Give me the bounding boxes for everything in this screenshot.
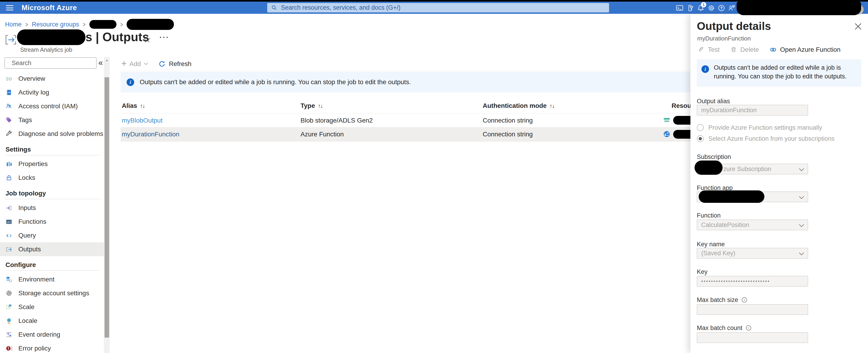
subscription-value: zure Subscription [723,166,771,173]
breadcrumb-resource-groups[interactable]: Resource groups [32,21,79,28]
brand-title[interactable]: Microsoft Azure [22,2,77,14]
cloud-shell-icon [676,4,683,12]
environment-icon [5,276,12,283]
settings-gear-icon [707,4,715,12]
feedback-button[interactable] [727,4,736,12]
lock-icon [5,174,12,181]
sidebar-item-environment[interactable]: Environment [0,272,104,286]
column-header-authentication-mode[interactable]: Authentication mode↑↓ [483,102,554,110]
window-edge-strip [0,0,868,2]
breadcrumb-separator: > [120,21,123,28]
output-auth-mode: Connection string [483,117,533,124]
favorite-star-icon[interactable]: ☆ [143,34,151,45]
sidebar-item-activity-log[interactable]: Activity log [0,86,104,99]
output-alias-field[interactable] [697,105,808,115]
max-batch-size-field[interactable] [697,304,808,315]
error-policy-icon [5,345,12,352]
properties-icon [5,160,12,168]
svg-text:?: ? [720,6,722,10]
sidebar-item-functions[interactable]: {fx} Functions [0,215,104,229]
scrollbar-thumb[interactable] [104,77,109,337]
panel-title: Output details [697,20,771,32]
close-icon[interactable] [854,23,862,30]
sidebar-item-locks[interactable]: Locks [0,171,104,185]
function-value: CalculatePosition [701,222,749,229]
help-button[interactable]: ? [717,4,725,12]
sidebar-item-error-policy[interactable]: Error policy [0,342,104,353]
test-button[interactable]: Test [698,46,720,53]
global-search[interactable] [267,3,609,12]
max-batch-count-field[interactable] [697,332,808,343]
delete-button-label: Delete [740,46,759,53]
info-tooltip-icon[interactable]: i [741,297,747,303]
sidebar-item-label: Locale [19,317,37,324]
divider [5,270,100,271]
svg-text:{fx}: {fx} [7,220,11,223]
scrollbar-up-arrow[interactable]: ▲ [104,58,110,62]
directory-filter-button[interactable] [686,4,694,12]
global-search-input[interactable] [281,4,606,11]
sidebar-collapse-button[interactable]: « [98,58,103,68]
sidebar-item-inputs[interactable]: Inputs [0,201,104,215]
search-icon [8,60,8,66]
open-azure-function-label: Open Azure Function [780,46,840,53]
sidebar-item-label: Access control (IAM) [19,102,78,110]
svg-text:i: i [744,298,745,302]
tag-icon [5,117,12,123]
sidebar-item-label: Event ordering [19,331,60,338]
output-type: Azure Function [301,130,344,138]
radio-selected-icon [697,135,704,142]
column-header-alias[interactable]: Alias↑↓ [122,102,145,110]
sidebar-item-storage-account-settings[interactable]: Storage account settings [0,286,104,300]
info-banner-text: Outputs can't be added or edited while a… [140,79,411,86]
settings-button[interactable] [707,4,715,12]
sidebar-item-query[interactable]: Query [0,229,104,242]
column-header-type[interactable]: Type↑↓ [301,102,322,110]
azure-top-bar: Microsoft Azure 1 ? [0,2,868,14]
activity-log-icon [5,89,12,96]
radio-provide-manually[interactable]: Provide Azure Function settings manually [697,123,822,133]
divider [5,199,100,199]
delete-button[interactable]: Delete [730,46,759,53]
svg-text:i: i [748,326,749,330]
help-icon: ? [717,4,725,12]
sidebar-item-diagnose[interactable]: Diagnose and solve problems [0,127,104,141]
plus-icon: + [121,59,127,68]
breadcrumb-home[interactable]: Home [5,21,22,28]
sidebar-item-access-control[interactable]: Access control (IAM) [0,99,104,113]
cloud-shell-button[interactable] [676,4,684,12]
test-icon [698,46,705,53]
output-alias-label: Output alias [697,96,730,106]
add-button[interactable]: + Add [121,60,147,68]
redacted-job-name [17,29,86,45]
sidebar-item-locale[interactable]: Locale [0,314,104,328]
sidebar-item-properties[interactable]: Properties [0,157,104,171]
function-dropdown[interactable]: CalculatePosition [697,219,808,230]
sidebar-item-tags[interactable]: Tags [0,113,104,127]
output-auth-mode: Connection string [483,130,533,138]
refresh-button[interactable]: Refresh [158,60,191,68]
menu-icon[interactable] [6,5,13,10]
output-alias-link[interactable]: myDurationFunction [122,130,180,138]
sidebar-item-overview[interactable]: Overview [0,72,104,86]
sidebar-item-scale[interactable]: Scale [0,300,104,314]
table-row[interactable]: myBlobOutput Blob storage/ADLS Gen2 Conn… [121,113,691,127]
sidebar-scrollbar[interactable]: ▲ [104,57,110,353]
key-name-dropdown[interactable]: (Saved Key) [697,248,808,259]
more-actions-icon[interactable]: … [158,28,170,40]
sidebar-search[interactable] [5,58,96,68]
stream-analytics-job-icon [5,34,17,46]
info-tooltip-icon[interactable]: i [746,325,751,331]
table-row-selected[interactable]: myDurationFunction Azure Function Connec… [121,127,691,141]
output-alias-link[interactable]: myBlobOutput [122,117,162,124]
sidebar-item-event-ordering[interactable]: Event ordering [0,328,104,342]
breadcrumb: Home > Resource groups > > [5,19,174,29]
open-azure-function-button[interactable]: Open Azure Function [769,46,840,53]
notifications-button[interactable]: 1 [696,4,705,12]
radio-select-from-subscriptions[interactable]: Select Azure Function from your subscrip… [697,134,834,144]
sidebar-section-job-topology: Job topology [0,188,104,199]
sidebar-item-outputs[interactable]: Outputs [0,242,104,256]
trash-icon [730,46,737,53]
key-field[interactable] [697,276,808,287]
sidebar-search-input[interactable] [11,59,94,67]
